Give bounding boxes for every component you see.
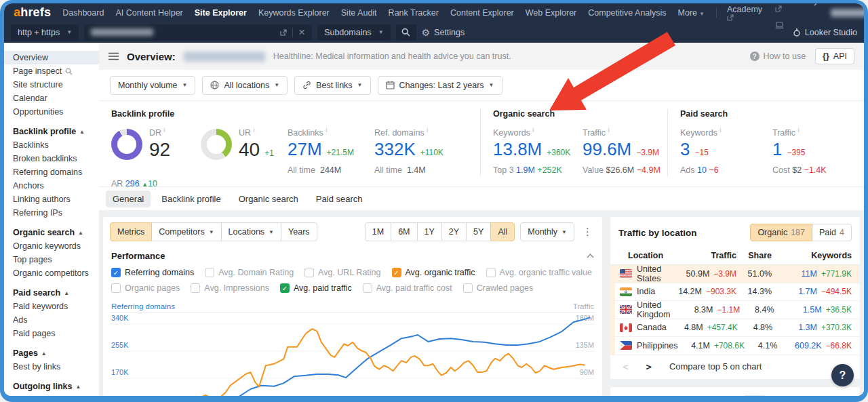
paid-keywords-value[interactable]: 3−15	[680, 139, 772, 160]
help-button[interactable]: ?	[831, 364, 854, 386]
column-header-location[interactable]: Location	[618, 251, 665, 260]
filter-changes-last-2-years[interactable]: Changes: Last 2 years▼	[378, 76, 502, 95]
nav-item-more[interactable]: More▼	[678, 8, 705, 18]
sidebar-item-anchors[interactable]: Anchors	[4, 179, 99, 193]
search-button[interactable]	[396, 24, 416, 41]
location-row-india[interactable]: India14.2M−903.3K14.3%1.7M−494.5K	[610, 283, 860, 302]
sidebar-item-organic-competitors[interactable]: Organic competitors	[4, 266, 99, 280]
sidebar-item-site-structure[interactable]: Site structure	[4, 78, 99, 92]
checkbox-avg-organic-traffic[interactable]: ✓Avg. organic traffic	[392, 268, 475, 277]
paid-traffic-value[interactable]: 1−395	[772, 139, 827, 160]
nav-item-dashboard[interactable]: Dashboard	[62, 8, 104, 18]
range-all[interactable]: All	[490, 222, 515, 241]
sidebar-item-calendar[interactable]: Calendar	[4, 92, 99, 105]
nav-item-competitive-analysis[interactable]: Competitive Analysis	[588, 8, 666, 18]
sidebar-item-opportunities[interactable]: Opportunities	[4, 105, 99, 119]
sidebar-item-referring-domains[interactable]: Referring domains	[4, 165, 99, 179]
segment-locations[interactable]: Locations▼	[221, 222, 281, 241]
sidebar-item-best-by-links[interactable]: Best by links	[4, 360, 99, 374]
range-1m[interactable]: 1M	[365, 222, 391, 241]
organic-traffic-value[interactable]: 99.6M−3.9M	[583, 139, 660, 160]
toggle-organic[interactable]: Organic187	[750, 224, 812, 241]
sidebar-item-linking-authors[interactable]: Linking authors	[4, 193, 99, 206]
keywords-value[interactable]: 11M	[802, 269, 817, 279]
checkbox-referring-domains[interactable]: ✓Referring domains	[111, 268, 194, 277]
open-in-new-icon[interactable]	[280, 29, 287, 36]
performance-chart[interactable]: 340K255K170K180M135M90M	[110, 312, 595, 396]
more-options-icon[interactable]: ⋮	[580, 226, 595, 238]
range-2y[interactable]: 2Y	[441, 222, 467, 241]
sidebar-item-paid-pages[interactable]: Paid pages	[4, 327, 99, 340]
account-name-redacted[interactable]	[831, 9, 864, 17]
clear-icon[interactable]: ✕	[298, 27, 305, 37]
sidebar-item-paid-keywords[interactable]: Paid keywords	[4, 300, 99, 313]
sidebar-item-broken-backlinks[interactable]: Broken backlinks	[4, 152, 99, 165]
nav-item-rank-tracker[interactable]: Rank Tracker	[389, 8, 439, 18]
sidebar-section-pages[interactable]: Pages▲	[4, 346, 99, 360]
organic-keywords-value[interactable]: 13.8M+360K	[493, 139, 583, 160]
nav-community[interactable]: Community	[775, 3, 821, 29]
range-1y[interactable]: 1Y	[417, 222, 442, 241]
interval-dropdown[interactable]: Monthly▼	[520, 222, 574, 241]
compare-top5-link[interactable]: Compare top 5 on chart	[669, 361, 762, 371]
location-row-canada[interactable]: Canada4.8M+457.4K4.8%1.3M+370.3K	[610, 319, 860, 338]
sidebar-section-outgoing-links[interactable]: Outgoing links▲	[4, 380, 99, 393]
nav-item-ai-content-helper[interactable]: AI Content Helper	[115, 8, 182, 18]
tab-paid-search[interactable]: Paid search	[309, 190, 370, 207]
checkbox-avg-url-rating[interactable]: Avg. URL Rating	[304, 268, 380, 277]
keywords-value[interactable]: 609.2K	[795, 341, 822, 350]
sidebar-section-organic-search[interactable]: Organic search▲	[4, 226, 99, 239]
checkbox-crawled-pages[interactable]: Crawled pages	[463, 283, 533, 293]
column-header-share[interactable]: Share	[736, 251, 772, 260]
filter-monthly-volume[interactable]: Monthly volume▼	[110, 76, 195, 95]
checkbox-organic-pages[interactable]: Organic pages	[111, 283, 180, 293]
prev-page-icon[interactable]: <	[623, 361, 628, 372]
left-axis-title[interactable]: Referring domains	[111, 302, 175, 310]
segment-metrics[interactable]: Metrics	[110, 222, 152, 241]
tab-backlink-profile[interactable]: Backlink profile	[155, 190, 227, 207]
how-to-use-button[interactable]: ?How to use	[750, 52, 806, 61]
sidebar-item-ads[interactable]: Ads	[4, 313, 99, 327]
range-6m[interactable]: 6M	[391, 222, 417, 241]
keywords-value[interactable]: 1.7M	[798, 287, 817, 296]
ref-domains-value[interactable]: 332K+110K	[374, 139, 462, 160]
api-button[interactable]: {}API	[815, 48, 854, 64]
nav-item-site-audit[interactable]: Site Audit	[341, 8, 377, 18]
keywords-value[interactable]: 1.5M	[803, 305, 822, 315]
toggle-paid[interactable]: Paid4	[812, 224, 852, 241]
range-5y[interactable]: 5Y	[466, 222, 491, 241]
scope-dropdown[interactable]: Subdomains▼	[317, 24, 390, 41]
sidebar-section-paid-search[interactable]: Paid search▲	[4, 286, 99, 300]
ahrefs-logo[interactable]: ahrefs	[14, 5, 51, 20]
sidebar-item-backlinks[interactable]: Backlinks	[4, 138, 99, 152]
nav-item-keywords-explorer[interactable]: Keywords Explorer	[258, 8, 330, 18]
checkbox-avg-paid-traffic-cost[interactable]: Avg. paid traffic cost	[363, 283, 452, 293]
protocol-dropdown[interactable]: http + https▼	[11, 24, 79, 41]
location-row-united-kingdom[interactable]: United Kingdom8.3M−1.1M8.4%1.5M+36.5K	[610, 301, 860, 319]
nav-academy[interactable]: Academy	[727, 5, 765, 21]
checkbox-avg-paid-traffic[interactable]: ✓Avg. paid traffic	[280, 283, 352, 293]
hamburger-menu-icon[interactable]	[108, 52, 119, 60]
checkbox-avg-organic-traffic-value[interactable]: Avg. organic traffic value	[486, 268, 592, 277]
tab-organic-search[interactable]: Organic search	[232, 190, 305, 207]
next-page-icon[interactable]: >	[646, 361, 651, 372]
backlinks-value[interactable]: 27M+21.5M	[288, 139, 374, 160]
nav-item-site-explorer[interactable]: Site Explorer	[195, 8, 247, 18]
sidebar-item-overview[interactable]: Overview	[4, 51, 99, 64]
column-header-traffic[interactable]: Traffic	[665, 251, 736, 260]
keywords-value[interactable]: 1.3M	[798, 323, 817, 332]
filter-best-links[interactable]: Best links▼	[294, 76, 370, 95]
sidebar-item-page-inspect[interactable]: Page inspect	[4, 64, 99, 78]
target-input[interactable]: ✕	[84, 24, 312, 41]
location-row-philippines[interactable]: Philippines4.1M+708.6K4.1%609.2K−66.8K	[610, 337, 860, 355]
segment-years[interactable]: Years	[281, 222, 317, 241]
collapse-chevron-icon[interactable]	[587, 254, 594, 258]
tab-general[interactable]: General	[106, 190, 151, 207]
settings-button[interactable]: ⚙Settings	[422, 28, 465, 37]
location-row-united-states[interactable]: United States50.9M−3.9M51.0%11M+771.9K	[610, 265, 860, 283]
sidebar-item-organic-keywords[interactable]: Organic keywords	[4, 239, 99, 253]
filter-all-locations[interactable]: All locations▼	[202, 76, 288, 95]
sidebar-section-backlink-profile[interactable]: Backlink profile▲	[4, 125, 99, 138]
checkbox-avg-impressions[interactable]: Avg. Impressions	[191, 283, 269, 293]
segment-competitors[interactable]: Competitors▼	[151, 222, 221, 241]
